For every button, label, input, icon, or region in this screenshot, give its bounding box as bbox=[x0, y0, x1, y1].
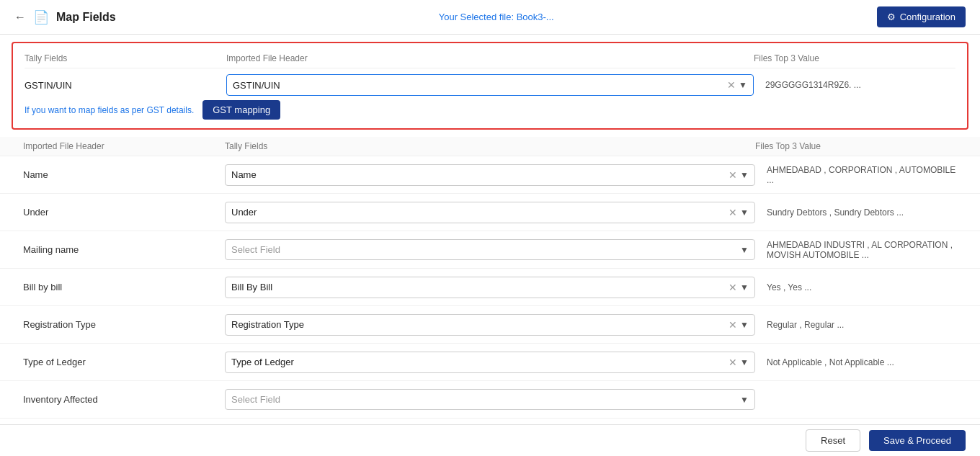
table-row: Mailing nameSelect Field▼AHMEDABAD INDUS… bbox=[0, 231, 980, 269]
gst-mapping-row: If you want to map fields as per GST det… bbox=[24, 100, 956, 120]
field-select-input[interactable] bbox=[231, 282, 729, 292]
field-select-input[interactable] bbox=[231, 169, 729, 180]
chevron-down-icon[interactable]: ▼ bbox=[740, 395, 749, 405]
field-label: Bill by bill bbox=[23, 282, 225, 292]
select-placeholder: Select Field bbox=[231, 244, 280, 255]
field-select[interactable]: ✕▼ bbox=[225, 314, 755, 336]
selected-file-label: Your Selected file: bbox=[439, 12, 514, 22]
table-row: Bill by bill✕▼Yes , Yes ... bbox=[0, 269, 980, 306]
gst-mapping-button[interactable]: GST mapping bbox=[202, 100, 280, 120]
chevron-down-icon[interactable]: ▼ bbox=[740, 357, 749, 367]
gstin-column-headers: Tally Fields Imported File Header Files … bbox=[24, 50, 956, 68]
files-top3-col: Files Top 3 Value bbox=[755, 141, 957, 151]
chevron-down-icon[interactable]: ▼ bbox=[740, 207, 749, 218]
configuration-button[interactable]: ⚙ Configuration bbox=[877, 6, 966, 27]
table-row: Name✕▼AHMEDABAD , CORPORATION , AUTOMOBI… bbox=[0, 156, 980, 194]
top3-col-header: Files Top 3 Value bbox=[754, 53, 956, 63]
field-top3-value: Regular , Regular ... bbox=[755, 320, 957, 330]
selected-file-name: Book3-... bbox=[517, 12, 554, 22]
gst-hint-text: If you want to map fields as per GST det… bbox=[24, 105, 194, 115]
field-select-input[interactable] bbox=[231, 357, 729, 367]
back-button[interactable]: ← bbox=[14, 11, 26, 24]
clear-icon[interactable]: ✕ bbox=[729, 282, 737, 293]
gstin-input[interactable]: GSTIN/UIN bbox=[233, 80, 727, 91]
chevron-down-icon[interactable]: ▼ bbox=[740, 282, 749, 292]
imported-file-col-header: Imported File Header bbox=[226, 53, 754, 63]
field-top3-value: AHMEDABAD , CORPORATION , AUTOMOBILE ... bbox=[755, 165, 957, 185]
gstin-top3-value: 29GGGGG1314R9Z6. ... bbox=[754, 80, 956, 90]
field-select-input[interactable] bbox=[231, 207, 729, 218]
field-label: Inventory Affected bbox=[23, 394, 225, 405]
field-select[interactable]: ✕▼ bbox=[225, 352, 755, 373]
page-header: ← 📄 Map Fields Your Selected file: Book3… bbox=[0, 0, 980, 35]
field-select[interactable]: ✕▼ bbox=[225, 164, 755, 186]
field-select[interactable]: ✕▼ bbox=[225, 277, 755, 298]
reset-button[interactable]: Reset bbox=[806, 429, 860, 452]
gstin-row: GSTIN/UIN GSTIN/UIN ✕ ▼ 29GGGGG1314R9Z6.… bbox=[24, 74, 956, 96]
field-top3-value: AHMEDABAD INDUSTRI , AL CORPORATION , MO… bbox=[755, 240, 957, 260]
table-row: Type of Ledger✕▼Not Applicable , Not App… bbox=[0, 344, 980, 381]
table-row: Inventory AffectedSelect Field▼ bbox=[0, 381, 980, 419]
chevron-down-icon[interactable]: ▼ bbox=[740, 245, 749, 255]
gstin-select[interactable]: GSTIN/UIN ✕ ▼ bbox=[226, 74, 754, 96]
tally-fields-col: Tally Fields bbox=[225, 141, 755, 151]
field-top3-value: Sundry Debtors , Sundry Debtors ... bbox=[755, 207, 957, 218]
table-row: Under✕▼Sundry Debtors , Sundry Debtors .… bbox=[0, 194, 980, 231]
chevron-down-icon[interactable]: ▼ bbox=[739, 80, 747, 90]
tally-fields-col-header: Tally Fields bbox=[24, 53, 226, 63]
field-top3-value: Not Applicable , Not Applicable ... bbox=[755, 357, 957, 367]
footer: Reset Save & Proceed bbox=[0, 424, 980, 456]
field-label: Under bbox=[23, 207, 225, 218]
fields-container: Name✕▼AHMEDABAD , CORPORATION , AUTOMOBI… bbox=[0, 156, 980, 429]
selected-file-info: Your Selected file: Book3-... bbox=[439, 12, 554, 22]
gstin-label: GSTIN/UIN bbox=[24, 80, 226, 91]
field-select[interactable]: Select Field▼ bbox=[225, 239, 755, 260]
page-title: Map Fields bbox=[56, 11, 116, 24]
config-button-label: Configuration bbox=[900, 12, 956, 22]
field-select-input[interactable] bbox=[231, 319, 729, 330]
select-placeholder: Select Field bbox=[231, 394, 280, 405]
gear-icon: ⚙ bbox=[887, 12, 896, 22]
chevron-down-icon[interactable]: ▼ bbox=[740, 170, 749, 180]
clear-icon[interactable]: ✕ bbox=[727, 79, 736, 91]
map-fields-icon: 📄 bbox=[33, 9, 49, 25]
clear-icon[interactable]: ✕ bbox=[729, 357, 737, 368]
clear-icon[interactable]: ✕ bbox=[729, 169, 737, 181]
gstin-section: Tally Fields Imported File Header Files … bbox=[12, 42, 968, 130]
field-select[interactable]: Select Field▼ bbox=[225, 389, 755, 410]
field-label: Mailing name bbox=[23, 244, 225, 255]
field-select[interactable]: ✕▼ bbox=[225, 202, 755, 223]
imported-file-header-col: Imported File Header bbox=[23, 141, 225, 151]
table-row: Registration Type✕▼Regular , Regular ... bbox=[0, 306, 980, 344]
clear-icon[interactable]: ✕ bbox=[729, 207, 737, 218]
field-label: Registration Type bbox=[23, 319, 225, 330]
save-proceed-button[interactable]: Save & Proceed bbox=[869, 430, 966, 451]
column-headers: Imported File Header Tally Fields Files … bbox=[0, 137, 980, 156]
clear-icon[interactable]: ✕ bbox=[729, 319, 737, 331]
field-top3-value: Yes , Yes ... bbox=[755, 282, 957, 292]
chevron-down-icon[interactable]: ▼ bbox=[740, 320, 749, 330]
field-label: Name bbox=[23, 169, 225, 180]
header-left: ← 📄 Map Fields bbox=[14, 9, 116, 25]
field-label: Type of Ledger bbox=[23, 357, 225, 367]
